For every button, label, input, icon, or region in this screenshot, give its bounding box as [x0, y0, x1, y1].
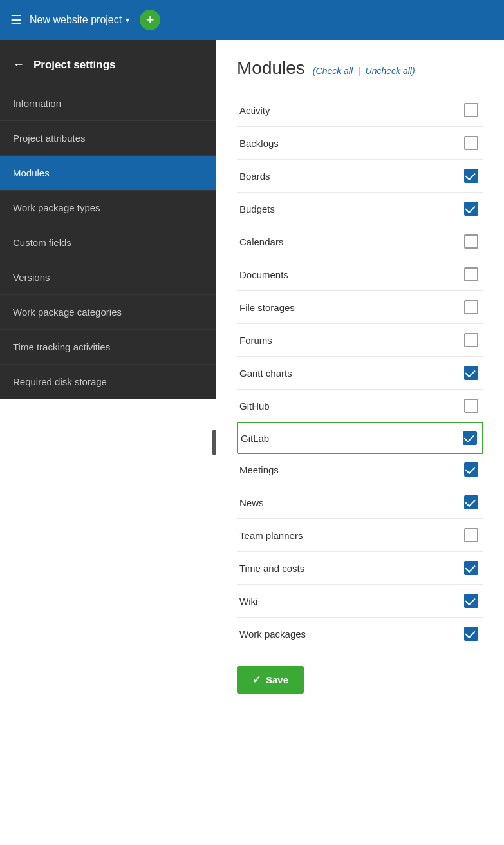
save-check-icon: ✓: [252, 674, 261, 686]
module-label-budgets: Budgets: [239, 204, 275, 214]
module-row-documents: Documents: [237, 258, 483, 291]
save-label: Save: [266, 674, 288, 685]
module-label-backlogs: Backlogs: [239, 138, 279, 149]
back-arrow-icon[interactable]: ←: [13, 58, 24, 71]
checkbox-wrapper-team-planners[interactable]: [464, 528, 478, 542]
module-row-gantt-charts: Gantt charts: [237, 357, 483, 390]
module-row-boards: Boards: [237, 160, 483, 193]
module-label-work-packages: Work packages: [239, 629, 306, 640]
module-row-activity: Activity: [237, 94, 483, 127]
module-label-gitlab: GitLab: [241, 433, 269, 444]
sidebar-header: ← Project settings: [0, 40, 216, 86]
checkbox-wrapper-file-storages[interactable]: [464, 300, 478, 314]
checkbox-wrapper-boards[interactable]: [464, 169, 478, 183]
main-layout: ← Project settings InformationProject at…: [0, 40, 504, 845]
content-area: Modules (Check all | Uncheck all) Activi…: [216, 40, 504, 845]
module-actions: (Check all | Uncheck all): [313, 66, 415, 76]
add-button[interactable]: +: [140, 10, 160, 30]
checkbox-wrapper-gantt-charts[interactable]: [464, 366, 478, 380]
checkbox-wrapper-budgets[interactable]: [464, 202, 478, 216]
module-row-github: GitHub: [237, 390, 483, 422]
module-label-wiki: Wiki: [239, 596, 257, 607]
sidebar-item-work-package-categories[interactable]: Work package categories: [0, 295, 216, 330]
checkbox-wrapper-forums[interactable]: [464, 333, 478, 347]
sidebar-item-project-attributes[interactable]: Project attributes: [0, 121, 216, 156]
module-label-gantt-charts: Gantt charts: [239, 368, 292, 379]
module-row-forums: Forums: [237, 324, 483, 357]
module-row-calendars: Calendars: [237, 225, 483, 258]
sidebar-item-time-tracking-activities[interactable]: Time tracking activities: [0, 330, 216, 365]
save-button[interactable]: ✓ Save: [237, 666, 304, 694]
module-label-meetings: Meetings: [239, 464, 279, 475]
module-row-gitlab: GitLab: [237, 422, 483, 454]
project-dropdown-arrow: ▾: [126, 15, 129, 24]
module-row-news: News: [237, 486, 483, 519]
separator: |: [358, 66, 360, 76]
sidebar-header-title: Project settings: [33, 59, 116, 71]
checkbox-wrapper-calendars[interactable]: [464, 234, 478, 249]
checkbox-wrapper-documents[interactable]: [464, 267, 478, 281]
sidebar-item-custom-fields[interactable]: Custom fields: [0, 225, 216, 260]
module-row-work-packages: Work packages: [237, 618, 483, 650]
sidebar-item-versions[interactable]: Versions: [0, 260, 216, 295]
module-row-meetings: Meetings: [237, 453, 483, 486]
module-label-forums: Forums: [239, 335, 272, 346]
uncheck-all-link[interactable]: Uncheck all: [366, 66, 412, 76]
module-label-github: GitHub: [239, 401, 270, 412]
module-label-activity: Activity: [239, 105, 270, 116]
sidebar-wrapper: ← Project settings InformationProject at…: [0, 40, 216, 845]
checkbox-wrapper-backlogs[interactable]: [464, 136, 478, 150]
project-title[interactable]: New website project ▾: [30, 14, 129, 26]
project-name-label: New website project: [30, 14, 122, 26]
hamburger-icon[interactable]: ☰: [10, 12, 22, 28]
module-row-file-storages: File storages: [237, 291, 483, 324]
module-label-documents: Documents: [239, 269, 288, 280]
module-row-backlogs: Backlogs: [237, 127, 483, 160]
topbar: ☰ New website project ▾ +: [0, 0, 504, 40]
checkbox-wrapper-wiki[interactable]: [464, 594, 478, 608]
module-label-news: News: [239, 497, 264, 508]
module-row-wiki: Wiki: [237, 585, 483, 618]
page-title: Modules: [237, 58, 305, 79]
sidebar-item-work-package-types[interactable]: Work package types: [0, 191, 216, 225]
sidebar: ← Project settings InformationProject at…: [0, 40, 216, 399]
module-row-budgets: Budgets: [237, 193, 483, 225]
checkbox-wrapper-github[interactable]: [464, 399, 478, 413]
sidebar-nav: InformationProject attributesModulesWork…: [0, 86, 216, 399]
module-row-team-planners: Team planners: [237, 519, 483, 552]
sidebar-item-required-disk-storage[interactable]: Required disk storage: [0, 365, 216, 399]
checkbox-wrapper-work-packages[interactable]: [464, 627, 478, 641]
sidebar-item-information[interactable]: Information: [0, 86, 216, 121]
module-label-calendars: Calendars: [239, 236, 283, 247]
module-label-file-storages: File storages: [239, 302, 295, 313]
checkbox-wrapper-meetings[interactable]: [464, 462, 478, 477]
checkbox-wrapper-time-and-costs[interactable]: [464, 561, 478, 575]
module-row-time-and-costs: Time and costs: [237, 552, 483, 585]
resize-handle[interactable]: [212, 430, 216, 455]
module-label-team-planners: Team planners: [239, 530, 303, 541]
checkbox-wrapper-activity[interactable]: [464, 103, 478, 117]
module-list: ActivityBacklogsBoardsBudgetsCalendarsDo…: [237, 94, 483, 650]
checkbox-wrapper-gitlab[interactable]: [463, 431, 477, 445]
sidebar-item-modules[interactable]: Modules: [0, 156, 216, 191]
content-header: Modules (Check all | Uncheck all): [237, 58, 483, 79]
module-label-time-and-costs: Time and costs: [239, 563, 304, 574]
checkbox-wrapper-news[interactable]: [464, 495, 478, 509]
module-label-boards: Boards: [239, 171, 270, 182]
check-all-link[interactable]: Check all: [316, 66, 353, 76]
